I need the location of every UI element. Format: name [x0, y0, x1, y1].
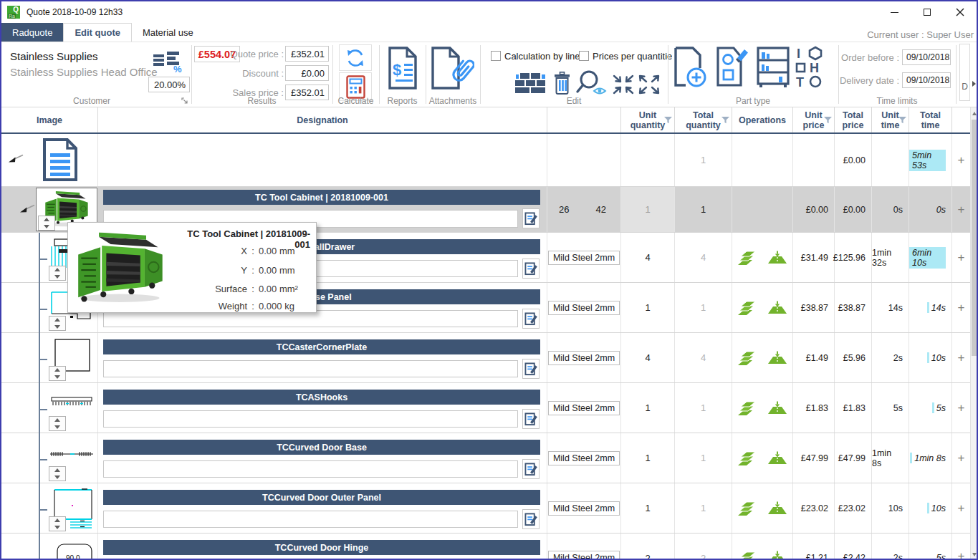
- header-operations[interactable]: Operations: [732, 107, 793, 132]
- cutting-operation-icon[interactable]: [737, 551, 757, 560]
- unit-quantity-cell[interactable]: 2: [621, 534, 675, 560]
- grid-row-part[interactable]: 90.0 TCCurved Door Hinge Mild Steel 2mm …: [1, 534, 970, 560]
- scroll-up-button[interactable]: [971, 107, 978, 119]
- close-button[interactable]: [944, 1, 977, 23]
- header-image[interactable]: Image: [1, 107, 98, 132]
- build-assembly-button[interactable]: [513, 72, 547, 95]
- edit-note-button[interactable]: [522, 459, 540, 479]
- calculation-by-line-checkbox[interactable]: [491, 51, 501, 61]
- add-line-button[interactable]: +: [952, 383, 970, 433]
- filter-icon[interactable]: [898, 117, 906, 124]
- bending-operation-icon[interactable]: [767, 501, 787, 516]
- bending-operation-icon[interactable]: [767, 551, 787, 560]
- edit-part-button[interactable]: [715, 46, 749, 89]
- description-input[interactable]: [103, 360, 518, 377]
- header-unit-time[interactable]: Unit time: [872, 107, 909, 132]
- stepper-up-button[interactable]: [49, 266, 65, 274]
- material-button[interactable]: Mild Steel 2mm: [548, 351, 620, 365]
- quantity-stepper[interactable]: [38, 216, 55, 231]
- cutting-operation-icon[interactable]: [737, 300, 757, 316]
- material-button[interactable]: Mild Steel 2mm: [548, 551, 620, 560]
- material-button[interactable]: Mild Steel 2mm: [548, 301, 620, 315]
- quote-document-icon[interactable]: [42, 137, 79, 182]
- stepper-down-button[interactable]: [39, 223, 54, 231]
- grid-row-part[interactable]: TCCurved Door Base Mild Steel 2mm 1 1 £4…: [1, 433, 970, 483]
- stepper-down-button[interactable]: [49, 474, 65, 481]
- quantity-stepper[interactable]: [49, 516, 66, 531]
- add-line-button[interactable]: +: [952, 233, 970, 282]
- header-unit-price[interactable]: Unit price: [793, 107, 835, 132]
- description-input[interactable]: [103, 410, 518, 428]
- part-thumbnail[interactable]: 90.0: [54, 542, 95, 560]
- expand-all-button[interactable]: [638, 74, 661, 95]
- bending-operation-icon[interactable]: [767, 401, 787, 415]
- unit-quantity-cell[interactable]: 4: [621, 333, 675, 382]
- bending-operation-icon[interactable]: [767, 351, 787, 365]
- scrollbar-thumb[interactable]: [972, 120, 978, 356]
- material-button[interactable]: Mild Steel 2mm: [548, 451, 620, 465]
- hardware-parts-button[interactable]: I H T: [792, 45, 824, 90]
- unit-quantity-cell[interactable]: 1: [621, 187, 675, 232]
- quantity-stepper[interactable]: [49, 366, 66, 381]
- collapse-all-button[interactable]: [612, 74, 635, 95]
- stepper-up-button[interactable]: [49, 317, 65, 324]
- maximize-button[interactable]: [911, 1, 944, 23]
- stepper-down-button[interactable]: [49, 524, 65, 531]
- order-before-field[interactable]: 09/10/2018 7: [902, 49, 951, 65]
- tab-material-use[interactable]: Material use: [132, 23, 204, 42]
- vertical-scrollbar[interactable]: [970, 107, 978, 560]
- quantity-stepper[interactable]: [49, 266, 66, 281]
- stepper-up-button[interactable]: [49, 517, 65, 524]
- header-material[interactable]: [547, 107, 621, 132]
- minimize-button[interactable]: [878, 1, 911, 23]
- stepper-down-button[interactable]: [49, 424, 65, 431]
- add-line-button[interactable]: +: [952, 483, 970, 533]
- stepper-up-button[interactable]: [49, 467, 65, 474]
- add-line-button[interactable]: +: [952, 134, 970, 186]
- bending-operation-icon[interactable]: [767, 301, 787, 315]
- header-total-time[interactable]: Total time: [909, 107, 952, 132]
- description-input[interactable]: [103, 511, 518, 528]
- bending-operation-icon[interactable]: [767, 251, 787, 265]
- group-expand-arrow-icon[interactable]: [972, 81, 976, 87]
- unit-quantity-cell[interactable]: 1: [621, 383, 675, 433]
- unit-quantity-cell[interactable]: 1: [621, 433, 675, 483]
- stepper-up-button[interactable]: [49, 417, 65, 424]
- add-line-button[interactable]: +: [952, 187, 970, 232]
- header-total-price[interactable]: Total price: [835, 107, 872, 132]
- attachments-button[interactable]: [429, 46, 475, 90]
- add-line-button[interactable]: +: [952, 433, 970, 483]
- stock-parts-button[interactable]: [755, 45, 791, 90]
- cutting-operation-icon[interactable]: [737, 350, 757, 366]
- header-unit-quantity[interactable]: Unit quantity: [621, 107, 675, 132]
- description-input[interactable]: [103, 460, 518, 478]
- discount-field[interactable]: £0.00: [285, 65, 329, 81]
- preview-button[interactable]: [575, 69, 609, 97]
- edit-note-button[interactable]: [522, 259, 540, 279]
- unit-quantity-cell[interactable]: 1: [621, 283, 675, 332]
- quantity-stepper[interactable]: [49, 416, 66, 431]
- material-button[interactable]: Mild Steel 2mm: [548, 501, 620, 516]
- add-part-button[interactable]: [672, 46, 708, 89]
- tab-radquote[interactable]: Radquote: [1, 23, 63, 42]
- recalculate-button[interactable]: [339, 44, 372, 71]
- collapsed-group[interactable]: D: [959, 44, 970, 101]
- delivery-date-field[interactable]: 09/10/2018 7: [902, 72, 951, 88]
- stepper-up-button[interactable]: [39, 216, 54, 223]
- stepper-down-button[interactable]: [49, 274, 65, 281]
- quantity-stepper[interactable]: [49, 316, 66, 331]
- unit-quantity-cell[interactable]: 4: [621, 233, 675, 282]
- cutting-operation-icon[interactable]: [737, 450, 757, 466]
- edit-note-button[interactable]: [522, 208, 540, 228]
- prices-per-quantities-checkbox[interactable]: [579, 51, 589, 61]
- quote-price-field[interactable]: £352.01: [285, 46, 329, 62]
- filter-icon[interactable]: [664, 117, 672, 124]
- cutting-operation-icon[interactable]: [737, 250, 757, 266]
- tab-edit-quote[interactable]: Edit quote: [63, 23, 132, 42]
- material-button[interactable]: Mild Steel 2mm: [548, 401, 620, 415]
- stepper-up-button[interactable]: [49, 367, 65, 374]
- bending-operation-icon[interactable]: [767, 451, 787, 465]
- grid-row-part[interactable]: TCCurved Door Outer Panel Mild Steel 2mm…: [1, 483, 970, 534]
- collapse-row-arrow[interactable]: [19, 203, 36, 213]
- edit-note-button[interactable]: [522, 309, 540, 329]
